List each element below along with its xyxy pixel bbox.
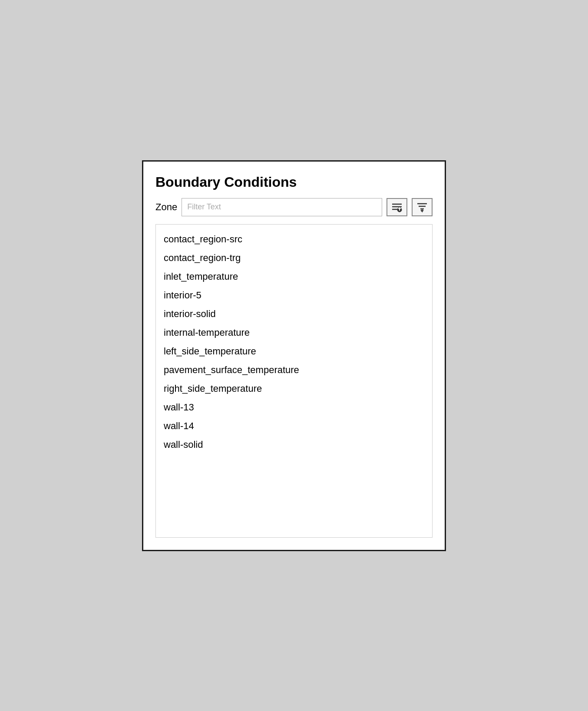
list-item[interactable]: contact_region-src (159, 230, 429, 248)
list-item[interactable]: contact_region-trg (159, 248, 429, 267)
list-item[interactable]: interior-5 (159, 286, 429, 304)
list-item[interactable]: left_side_temperature (159, 342, 429, 360)
boundary-conditions-panel: Boundary Conditions Zone (142, 160, 446, 551)
filter-pin-icon (391, 201, 403, 213)
list-item[interactable]: wall-13 (159, 398, 429, 417)
filter-row: Zone (155, 198, 433, 216)
zone-label: Zone (155, 202, 177, 213)
list-item[interactable]: inlet_temperature (159, 267, 429, 286)
list-item[interactable]: wall-solid (159, 435, 429, 454)
filter-pin-button[interactable] (386, 198, 407, 216)
list-item[interactable]: wall-14 (159, 417, 429, 435)
list-item[interactable]: right_side_temperature (159, 379, 429, 398)
list-item[interactable]: internal-temperature (159, 323, 429, 342)
filter-button[interactable] (412, 198, 433, 216)
panel-title: Boundary Conditions (155, 174, 433, 190)
boundary-conditions-list: contact_region-srccontact_region-trginle… (155, 224, 433, 538)
list-item[interactable]: pavement_surface_temperature (159, 360, 429, 379)
filter-input[interactable] (182, 198, 382, 216)
list-item[interactable]: interior-solid (159, 304, 429, 323)
filter-icon (416, 201, 428, 213)
